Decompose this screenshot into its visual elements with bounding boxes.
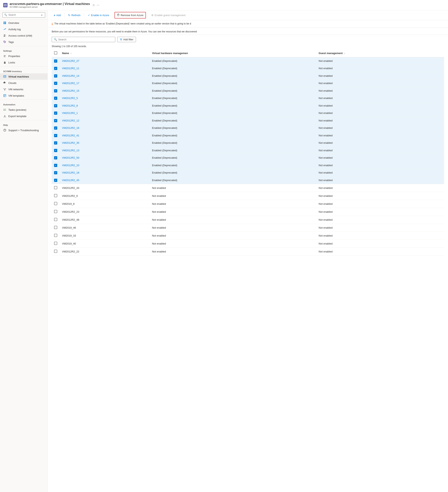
add-button[interactable]: + Add <box>52 12 63 18</box>
sidebar-item-tags[interactable]: Tags <box>0 39 48 45</box>
row-checkbox[interactable] <box>54 60 57 63</box>
vm-link[interactable]: VM2012R2_27 <box>62 60 79 62</box>
row-checkbox[interactable] <box>54 126 57 130</box>
guest-management-cell: Not enabled <box>316 162 444 169</box>
svg-rect-23 <box>5 95 6 95</box>
vm-link[interactable]: VM2012R2_18 <box>62 171 79 174</box>
more-options-icon[interactable]: ··· <box>97 3 99 7</box>
vm-link[interactable]: VM2012R2_15 <box>62 89 79 92</box>
divider-automation <box>0 100 48 100</box>
guest-management-cell: Not enabled <box>316 147 444 154</box>
sidebar-item-activity-log[interactable]: Activity log <box>0 26 48 32</box>
table-row: VM2012R2_16Enabled (Deprecated)Not enabl… <box>52 124 444 132</box>
sidebar-item-clouds[interactable]: Clouds <box>0 80 48 86</box>
row-checkbox[interactable] <box>54 171 57 174</box>
sidebar-item-properties[interactable]: Properties <box>0 53 48 59</box>
sidebar-item-access-control[interactable]: Access control (IAM) <box>0 32 48 39</box>
sidebar-item-locks[interactable]: Locks <box>0 59 48 66</box>
add-filter-button[interactable]: Add filter <box>117 37 136 42</box>
sidebar-item-vm-templates[interactable]: VM templates <box>0 92 48 99</box>
sidebar-search-icon: 🔍 <box>4 13 7 16</box>
row-checkbox[interactable] <box>54 202 57 205</box>
sidebar-item-vm-networks[interactable]: VM networks <box>0 86 48 92</box>
table-row: VM2012R2_22Not enabledNot enabled <box>52 247 444 256</box>
refresh-button[interactable]: ↻ Refresh <box>66 12 82 18</box>
vm-link[interactable]: VM2012R2_8 <box>62 104 78 107</box>
sidebar-item-export[interactable]: Export template <box>0 113 48 119</box>
hw-management-cell: Enabled (Deprecated) <box>150 72 316 80</box>
help-section-label: Help <box>0 121 48 127</box>
vm-link[interactable]: VM2012R2_50 <box>62 156 79 159</box>
table-row: VM2012R2_15Enabled (Deprecated)Not enabl… <box>52 87 444 95</box>
row-checkbox[interactable] <box>54 164 57 167</box>
row-checkbox[interactable] <box>54 218 57 221</box>
svg-point-7 <box>4 41 5 42</box>
sidebar-item-tags-label: Tags <box>8 41 14 43</box>
vm-link[interactable]: VM2012R2_13 <box>62 149 79 152</box>
sidebar-collapse-button[interactable]: « <box>40 13 43 17</box>
sidebar-search-box: 🔍 « <box>2 12 45 18</box>
guest-management-cell: Not enabled <box>316 240 444 247</box>
vm-name-cell: VM2012R2_50 <box>60 154 150 162</box>
row-checkbox[interactable] <box>54 141 57 144</box>
vm-link[interactable]: VM2012R2_10 <box>62 164 79 167</box>
vm-link[interactable]: VM2012R2_1 <box>62 112 78 114</box>
row-checkbox[interactable] <box>54 250 57 253</box>
row-checkbox[interactable] <box>54 234 57 237</box>
svg-point-25 <box>4 109 4 110</box>
hw-management-cell: Not enabled <box>150 240 316 247</box>
table-row: VM2019_46Not enabledNot enabled <box>52 224 444 232</box>
divider-settings <box>0 46 48 46</box>
row-checkbox[interactable] <box>54 242 57 245</box>
inventory-section-label: SCVMM inventory <box>0 67 48 73</box>
vm-link[interactable]: VM2012R2_41 <box>62 134 79 137</box>
table-row: VM2019_40Not enabledNot enabled <box>52 240 444 247</box>
row-checkbox[interactable] <box>54 210 57 213</box>
select-all-checkbox[interactable] <box>54 51 57 54</box>
table-search-icon: 🔍 <box>54 38 57 41</box>
guest-management-cell: Not enabled <box>316 94 444 102</box>
sidebar-search-input[interactable] <box>8 13 39 16</box>
vm-link[interactable]: VM2012R2_11 <box>62 67 79 70</box>
sidebar-item-virtual-machines[interactable]: Virtual machines <box>0 73 48 80</box>
row-checkbox[interactable] <box>54 156 57 159</box>
vm-link[interactable]: VM2012R2_5 <box>62 97 78 100</box>
records-count-text: Showing 1 to 100 of 105 records. <box>52 45 87 48</box>
row-checkbox[interactable] <box>54 134 57 137</box>
enable-guest-button[interactable]: ⚙ Enable guest management <box>149 12 187 18</box>
row-checkbox[interactable] <box>54 82 57 85</box>
vm-link[interactable]: VM2012R2_14 <box>62 74 79 77</box>
table-search-input[interactable] <box>58 38 113 41</box>
row-checkbox[interactable] <box>54 112 57 115</box>
sidebar-item-tasks[interactable]: Tasks (preview) <box>0 107 48 113</box>
col-guest-management[interactable]: Guest management ↕ <box>316 49 444 57</box>
vm-link[interactable]: VM2012R2_35 <box>62 141 79 144</box>
vm-link[interactable]: VM2012R2_16 <box>62 126 79 129</box>
row-checkbox[interactable] <box>54 226 57 229</box>
enable-azure-button[interactable]: ✓ Enable in Azure <box>86 12 111 18</box>
vm-name-cell: VM2012R2_16 <box>60 124 150 132</box>
vm-name-cell: VM2012R2_14 <box>60 72 150 80</box>
favorite-icon[interactable]: ☆ <box>92 3 95 7</box>
row-checkbox[interactable] <box>54 89 57 92</box>
row-checkbox[interactable] <box>54 74 57 78</box>
hw-management-cell: Enabled (Deprecated) <box>150 94 316 102</box>
row-checkbox[interactable] <box>54 186 57 189</box>
row-checkbox[interactable] <box>54 149 57 152</box>
row-checkbox[interactable] <box>54 194 57 197</box>
vm-link[interactable]: VM2012R2_17 <box>62 82 79 85</box>
row-checkbox[interactable] <box>54 119 57 122</box>
col-name[interactable]: Name ↕ <box>60 49 150 57</box>
row-checkbox[interactable] <box>54 67 57 70</box>
svg-rect-31 <box>117 14 119 14</box>
description-content: Before you can set permissions for these… <box>52 30 197 33</box>
vm-link[interactable]: VM2012R2_12 <box>62 119 79 122</box>
sidebar-item-support[interactable]: Support + Troubleshooting <box>0 127 48 133</box>
vm-link[interactable]: VM2012R2_45 <box>62 179 79 182</box>
table-row: VM2012R2_5Enabled (Deprecated)Not enable… <box>52 94 444 102</box>
row-checkbox[interactable] <box>54 104 57 107</box>
sidebar-item-overview[interactable]: Overview <box>0 20 48 26</box>
remove-azure-button[interactable]: Remove from Azure <box>114 12 146 19</box>
row-checkbox[interactable] <box>54 97 57 100</box>
row-checkbox[interactable] <box>54 179 57 182</box>
